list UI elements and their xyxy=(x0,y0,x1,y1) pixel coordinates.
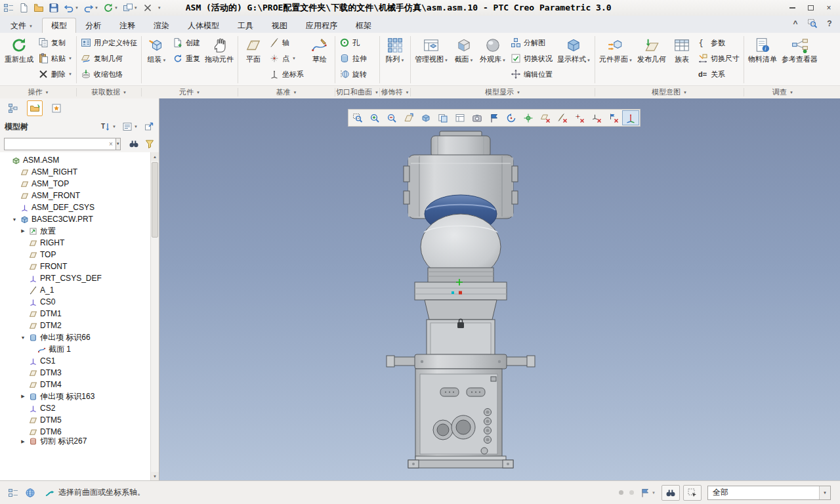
paste-button[interactable]: 粘贴▼ xyxy=(36,51,74,66)
datum-plane-button[interactable]: 平面 xyxy=(240,35,266,64)
tree-search-input[interactable] xyxy=(6,139,108,148)
hole-button[interactable]: 孔 xyxy=(337,35,369,51)
manage-views-button[interactable]: 管理视图▼ xyxy=(413,35,450,64)
publish-geometry-button[interactable]: 发布几何 xyxy=(635,35,668,64)
selection-filter-combo[interactable]: 全部 ▼ xyxy=(707,486,831,500)
tree-item[interactable]: RIGHT xyxy=(0,237,150,249)
family-table-button[interactable]: 族表 xyxy=(669,35,695,64)
scroll-up-icon[interactable]: ▲ xyxy=(151,152,159,161)
tree-item[interactable]: DTM5 xyxy=(0,414,150,426)
tree-item[interactable]: DTM2 xyxy=(0,320,150,331)
tree-item[interactable]: TOP xyxy=(0,249,150,261)
toggle-browser-button[interactable] xyxy=(22,486,38,500)
copy-geometry-button[interactable]: 复制几何 xyxy=(79,51,139,66)
regenerate-button[interactable]: 重新生成 xyxy=(3,35,35,64)
tree-item[interactable]: ▶切割 标识267 xyxy=(0,438,150,445)
sketch-button[interactable]: 草绘 xyxy=(306,35,333,64)
revolve-button[interactable]: 旋转 xyxy=(337,66,369,82)
tab-file[interactable]: 文件▼ xyxy=(1,18,42,33)
axis-display-button[interactable] xyxy=(554,110,571,125)
spin-center-button[interactable] xyxy=(520,110,537,125)
save-button[interactable] xyxy=(47,1,61,14)
extrude-button[interactable]: 拉伸 xyxy=(337,51,369,66)
clear-search-icon[interactable]: × xyxy=(108,140,114,148)
tab-view[interactable]: 视图 xyxy=(262,18,297,33)
restore-button[interactable] xyxy=(802,2,819,14)
csys-display-button[interactable] xyxy=(588,110,605,125)
expand-arrow-icon[interactable]: ▶ xyxy=(20,394,26,399)
open-file-button[interactable] xyxy=(32,1,46,14)
tree-item[interactable]: PRT_CSYS_DEF xyxy=(0,272,150,284)
component-interface-button[interactable]: 元件界面▼ xyxy=(597,35,635,64)
tree-item[interactable]: 截面 1 xyxy=(0,343,150,355)
group-label-get-data[interactable]: 获取数据▼ xyxy=(77,87,140,97)
tab-applications[interactable]: 应用程序 xyxy=(297,18,346,33)
annotations-button[interactable] xyxy=(486,110,503,125)
tab-annotate[interactable]: 注释 xyxy=(110,18,144,33)
tab-model[interactable]: 模型 xyxy=(42,18,76,33)
group-label-cut-surface[interactable]: 切口和曲面▼ xyxy=(336,87,379,97)
tree-item[interactable]: CS2 xyxy=(0,402,150,414)
tree-filter-button[interactable] xyxy=(143,137,156,150)
tree-settings-button[interactable]: ▼ xyxy=(122,121,138,132)
tree-item[interactable]: ▶放置 xyxy=(0,225,150,237)
group-label-modifiers[interactable]: 修饰符▼ xyxy=(381,87,410,97)
sections-button[interactable]: 截面▼ xyxy=(451,35,477,64)
undo-button[interactable]: ▼ xyxy=(62,1,81,14)
datum-axis-button[interactable]: 轴 xyxy=(267,35,306,51)
plane-display-button[interactable] xyxy=(537,110,554,125)
close-button[interactable]: × xyxy=(820,2,837,14)
group-label-datum[interactable]: 基准▼ xyxy=(239,87,334,97)
tree-item[interactable]: ASM_TOP xyxy=(0,178,150,190)
tree-scrollbar[interactable]: ▲ ▼ xyxy=(150,152,159,480)
drag-components-button[interactable]: 拖动元件 xyxy=(203,35,236,64)
find-button[interactable] xyxy=(662,485,680,501)
switch-dimensions-button[interactable]: 切换尺寸 xyxy=(696,51,742,66)
refit-button[interactable] xyxy=(400,110,417,125)
detach-panel-button[interactable] xyxy=(144,121,154,132)
help-button[interactable]: ? xyxy=(824,18,835,29)
pattern-button[interactable]: 阵列▼ xyxy=(382,35,408,64)
tree-item[interactable]: A_1 xyxy=(0,284,150,296)
tree-item[interactable]: DTM6 xyxy=(0,426,150,438)
datum-csys-button[interactable]: 坐标系 xyxy=(267,66,306,82)
collapse-arrow-icon[interactable]: ▼ xyxy=(11,217,18,222)
tab-manikin[interactable]: 人体模型 xyxy=(178,18,228,33)
display-style-quick-button[interactable] xyxy=(417,110,434,125)
group-label-model-intent[interactable]: 模型意图▼ xyxy=(596,87,743,97)
scrollbar-thumb[interactable] xyxy=(152,162,158,238)
minimize-button[interactable] xyxy=(784,2,801,14)
tree-item[interactable]: DTM3 xyxy=(0,367,150,379)
annotation-display-button[interactable] xyxy=(605,110,622,125)
filter-dropdown-icon[interactable]: ▼ xyxy=(819,486,830,499)
datum-point-button[interactable]: 点▼ xyxy=(267,51,306,66)
tree-item[interactable]: CS0 xyxy=(0,296,150,308)
group-label-investigate[interactable]: 调查▼ xyxy=(745,87,821,97)
toggle-navigator-button[interactable] xyxy=(5,486,21,500)
create-button[interactable]: 创建 xyxy=(171,35,202,51)
regenerate-quick-button[interactable]: ▼ xyxy=(101,1,120,14)
exploded-view-button[interactable]: 分解图 xyxy=(509,35,555,51)
tree-item[interactable]: ASM_DEF_CSYS xyxy=(0,201,150,213)
group-label-operations[interactable]: 操作▼ xyxy=(1,87,75,97)
close-window-button[interactable] xyxy=(140,1,155,14)
zoom-region-button[interactable] xyxy=(349,110,366,125)
find-in-tree-button[interactable] xyxy=(127,137,140,150)
tree-item[interactable]: ▼伸出项 标识66 xyxy=(0,331,150,343)
robot-model[interactable] xyxy=(159,98,840,480)
tree-item[interactable]: ASM_FRONT xyxy=(0,190,150,201)
tab-analysis[interactable]: 分析 xyxy=(76,18,110,33)
toggle-status-button[interactable]: 切换状况 xyxy=(509,51,555,66)
tab-tools[interactable]: 工具 xyxy=(228,18,262,33)
capture-button[interactable] xyxy=(469,110,486,125)
zoom-in-button[interactable] xyxy=(366,110,383,125)
tree-item[interactable]: DTM1 xyxy=(0,308,150,320)
tree-item[interactable]: ▼BASEC3CW.PRT xyxy=(0,213,150,225)
collapse-arrow-icon[interactable]: ▼ xyxy=(20,335,26,340)
favorites-panel-button[interactable] xyxy=(49,100,64,116)
model-tree-panel-button[interactable] xyxy=(5,100,21,116)
tree-item[interactable]: ASM.ASM xyxy=(0,154,150,166)
delete-button[interactable]: 删除▼ xyxy=(36,66,74,82)
user-defined-feature-button[interactable]: 用户定义特征 xyxy=(79,35,139,51)
search-dropdown-button[interactable]: ▼ xyxy=(116,138,121,150)
